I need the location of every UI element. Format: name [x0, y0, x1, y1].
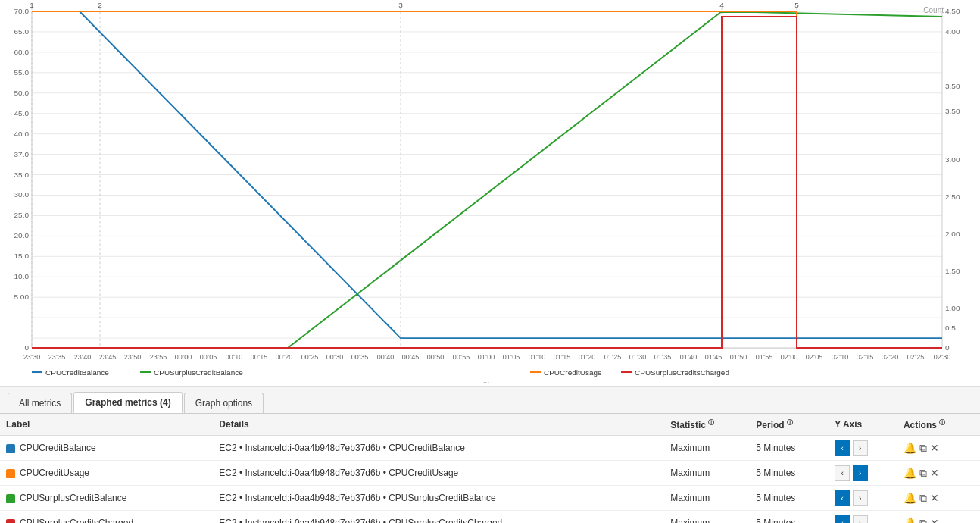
row-actions: 🔔 ⧉ ✕ — [897, 436, 980, 461]
svg-text:0: 0 — [945, 343, 950, 352]
copy-icon[interactable]: ⧉ — [919, 517, 927, 524]
svg-text:3.50: 3.50 — [945, 107, 960, 115]
row-statistic: Maximum — [664, 511, 750, 524]
svg-text:01:20: 01:20 — [579, 353, 596, 361]
y-axis-right-btn[interactable]: › — [853, 440, 868, 456]
table-row: CPUCreditUsage EC2 • InstanceId:i-0aa4b9… — [0, 461, 980, 486]
row-details: EC2 • InstanceId:i-0aa4b948d7eb37d6b • C… — [213, 461, 664, 486]
svg-text:55.0: 55.0 — [14, 68, 30, 77]
svg-text:5: 5 — [794, 1, 799, 9]
y-axis-left-btn[interactable]: ‹ — [835, 515, 850, 523]
svg-text:40.0: 40.0 — [14, 130, 30, 138]
remove-icon[interactable]: ✕ — [930, 467, 939, 479]
svg-text:CPUCreditUsage: CPUCreditUsage — [544, 368, 602, 377]
svg-text:01:05: 01:05 — [503, 353, 520, 361]
copy-icon[interactable]: ⧉ — [919, 467, 927, 480]
svg-text:23:35: 23:35 — [48, 353, 66, 361]
row-actions: 🔔 ⧉ ✕ — [897, 461, 980, 486]
row-y-axis[interactable]: ‹ › — [829, 461, 897, 486]
svg-text:02:10: 02:10 — [832, 353, 849, 361]
svg-text:02:15: 02:15 — [857, 353, 874, 361]
remove-icon[interactable]: ✕ — [930, 442, 939, 454]
svg-rect-95 — [32, 371, 42, 373]
row-statistic: Maximum — [664, 486, 750, 511]
svg-text:70.0: 70.0 — [14, 7, 30, 15]
svg-text:00:00: 00:00 — [175, 353, 192, 361]
svg-text:2.00: 2.00 — [945, 230, 960, 238]
y-axis-left-btn[interactable]: ‹ — [835, 465, 850, 481]
svg-text:01:10: 01:10 — [529, 353, 546, 361]
svg-text:01:55: 01:55 — [756, 353, 773, 361]
bell-icon[interactable]: 🔔 — [904, 517, 916, 523]
svg-text:00:30: 00:30 — [326, 353, 344, 361]
svg-text:1.00: 1.00 — [945, 304, 960, 312]
svg-text:00:45: 00:45 — [402, 353, 420, 361]
col-label: Label — [0, 414, 213, 436]
bell-icon[interactable]: 🔔 — [904, 442, 916, 454]
row-y-axis[interactable]: ‹ › — [829, 486, 897, 511]
copy-icon[interactable]: ⧉ — [919, 442, 927, 455]
y-axis-right-btn[interactable]: › — [853, 490, 868, 506]
svg-text:00:20: 00:20 — [276, 353, 293, 361]
table-row: CPUSurplusCreditsCharged EC2 • InstanceI… — [0, 511, 980, 524]
col-details: Details — [213, 414, 664, 436]
row-label: CPUCreditUsage — [0, 461, 213, 486]
chart-svg: 70.0 65.0 60.0 55.0 50.0 45.0 40.0 37.0 … — [0, 0, 980, 386]
svg-text:10.0: 10.0 — [14, 272, 30, 280]
svg-text:25.0: 25.0 — [14, 211, 30, 219]
svg-text:4: 4 — [719, 1, 724, 9]
col-period: Period ⓘ — [750, 414, 829, 436]
svg-text:00:15: 00:15 — [251, 353, 268, 361]
svg-text:3.00: 3.00 — [945, 155, 960, 164]
svg-text:01:00: 01:00 — [478, 353, 495, 361]
svg-text:0: 0 — [24, 343, 29, 352]
table-row: CPUSurplusCreditBalance EC2 • InstanceId… — [0, 486, 980, 511]
svg-text:00:10: 00:10 — [226, 353, 243, 361]
tab-all-metrics[interactable]: All metrics — [8, 393, 72, 413]
row-period: 5 Minutes — [750, 461, 829, 486]
svg-text:15.0: 15.0 — [14, 252, 30, 260]
svg-text:0.5: 0.5 — [945, 324, 956, 332]
svg-text:02:20: 02:20 — [882, 353, 899, 361]
svg-text:00:50: 00:50 — [427, 353, 445, 361]
row-period: 5 Minutes — [750, 436, 829, 461]
svg-text:50.0: 50.0 — [14, 89, 30, 97]
bell-icon[interactable]: 🔔 — [904, 492, 916, 504]
bell-icon[interactable]: 🔔 — [904, 467, 916, 479]
svg-text:23:55: 23:55 — [150, 353, 167, 361]
svg-text:01:25: 01:25 — [604, 353, 622, 361]
tab-graphed-metrics[interactable]: Graphed metrics (4) — [73, 392, 182, 413]
tab-graph-options[interactable]: Graph options — [184, 393, 264, 413]
svg-text:2: 2 — [98, 1, 102, 9]
y-axis-right-btn[interactable]: › — [853, 515, 868, 523]
remove-icon[interactable]: ✕ — [930, 492, 939, 504]
svg-text:CPUSurplusCreditsCharged: CPUSurplusCreditsCharged — [635, 368, 729, 377]
svg-text:1.50: 1.50 — [945, 267, 960, 275]
row-details: EC2 • InstanceId:i-0aa4b948d7eb37d6b • C… — [213, 511, 664, 524]
row-y-axis[interactable]: ‹ › — [829, 511, 897, 524]
tabs-area: All metrics Graphed metrics (4) Graph op… — [0, 387, 980, 414]
svg-rect-101 — [621, 371, 632, 373]
svg-text:00:40: 00:40 — [377, 353, 395, 361]
svg-text:4.00: 4.00 — [945, 27, 960, 36]
svg-text:37.0: 37.0 — [14, 150, 30, 158]
col-statistic: Statistic ⓘ — [664, 414, 750, 436]
svg-text:01:15: 01:15 — [554, 353, 571, 361]
svg-text:30.0: 30.0 — [14, 190, 30, 199]
y-axis-right-btn[interactable]: › — [853, 465, 868, 481]
row-actions: 🔔 ⧉ ✕ — [897, 511, 980, 524]
copy-icon[interactable]: ⧉ — [919, 492, 927, 505]
y-axis-left-btn[interactable]: ‹ — [835, 440, 850, 456]
y-axis-left-btn[interactable]: ‹ — [835, 490, 850, 506]
table-area: Label Details Statistic ⓘ Period ⓘ Y Axi… — [0, 414, 980, 523]
row-statistic: Maximum — [664, 461, 750, 486]
row-statistic: Maximum — [664, 436, 750, 461]
svg-text:CPUSurplusCreditBalance: CPUSurplusCreditBalance — [154, 368, 243, 377]
svg-text:01:50: 01:50 — [730, 353, 747, 361]
row-y-axis[interactable]: ‹ › — [829, 436, 897, 461]
svg-text:00:55: 00:55 — [453, 353, 470, 361]
svg-text:01:30: 01:30 — [629, 353, 647, 361]
remove-icon[interactable]: ✕ — [930, 517, 939, 523]
table-row: CPUCreditBalance EC2 • InstanceId:i-0aa4… — [0, 436, 980, 461]
row-label: CPUSurplusCreditsCharged — [0, 511, 213, 524]
